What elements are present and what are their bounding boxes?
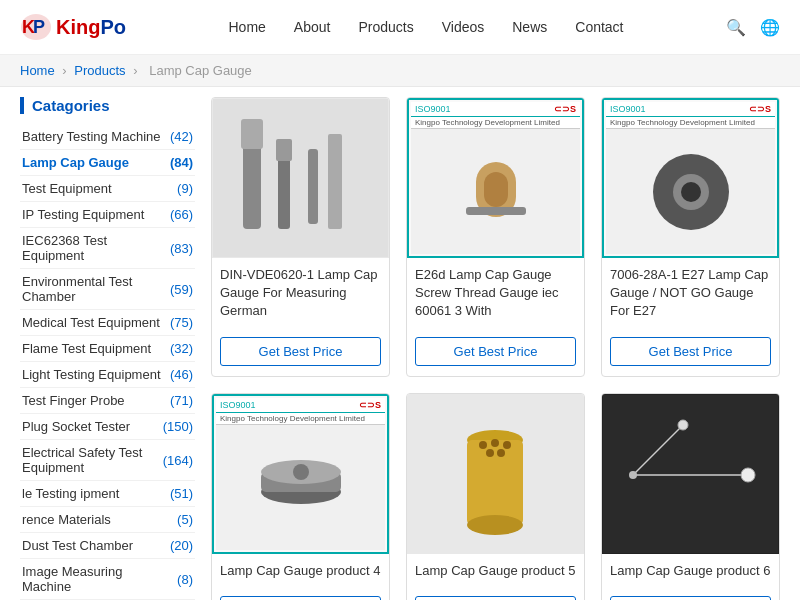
breadcrumb-current: Lamp Cap Gauge [149, 63, 252, 78]
main-nav: Home About Products Videos News Contact [228, 19, 623, 35]
search-icon[interactable]: 🔍 [726, 18, 746, 37]
product-name: DIN-VDE0620-1 Lamp Cap Gauge For Measuri… [220, 266, 381, 321]
category-item[interactable]: Test Finger Probe (71) [20, 388, 195, 414]
nav-icons: 🔍 🌐 [726, 18, 780, 37]
breadcrumb-sep1: › [62, 63, 66, 78]
category-item[interactable]: Image Measuring Machine (8) [20, 559, 195, 600]
product-card: ISO9001 ⊂⊃S Kingpo Technology Developmen… [211, 393, 390, 600]
get-best-price-button[interactable]: Get Best Price [220, 337, 381, 366]
logo-king: King [56, 16, 100, 38]
category-item-active[interactable]: Lamp Cap Gauge (84) [20, 150, 195, 176]
product-name: Lamp Cap Gauge product 6 [610, 562, 771, 580]
svg-point-27 [486, 449, 494, 457]
sidebar: Catagories Battery Testing Machine (42) … [20, 97, 195, 600]
product-name: Lamp Cap Gauge product 5 [415, 562, 576, 580]
svg-point-23 [467, 515, 523, 535]
category-item[interactable]: Medical Test Equipment (75) [20, 310, 195, 336]
product-card: Lamp Cap Gauge product 6 Get Best Price [601, 393, 780, 600]
product-image: ISO9001 ⊂⊃S Kingpo Technology Developmen… [407, 98, 584, 258]
svg-point-24 [479, 441, 487, 449]
get-best-price-button[interactable]: Get Best Price [415, 337, 576, 366]
product-info: Lamp Cap Gauge product 4 [212, 554, 389, 596]
svg-point-15 [681, 182, 701, 202]
category-item[interactable]: Dust Test Chamber (20) [20, 533, 195, 559]
products-area: DIN-VDE0620-1 Lamp Cap Gauge For Measuri… [211, 97, 780, 600]
globe-icon[interactable]: 🌐 [760, 18, 780, 37]
product-card: DIN-VDE0620-1 Lamp Cap Gauge For Measuri… [211, 97, 390, 377]
product-name: Lamp Cap Gauge product 4 [220, 562, 381, 580]
logo-po: Po [100, 16, 126, 38]
svg-point-19 [293, 464, 309, 480]
logo-icon: K P [20, 13, 52, 41]
product-card: Lamp Cap Gauge product 5 Get Best Price [406, 393, 585, 600]
product-image [212, 98, 389, 258]
svg-point-25 [491, 439, 499, 447]
product-info: E26d Lamp Cap Gauge Screw Thread Gauge i… [407, 258, 584, 337]
sidebar-title: Catagories [20, 97, 195, 114]
product-name: 7006-28A-1 E27 Lamp Cap Gauge / NOT GO G… [610, 266, 771, 321]
svg-point-32 [741, 468, 755, 482]
svg-rect-5 [241, 119, 263, 149]
svg-point-33 [678, 420, 688, 430]
products-grid: DIN-VDE0620-1 Lamp Cap Gauge For Measuri… [211, 97, 780, 600]
site-header: K P KingPo Home About Products Videos Ne… [0, 0, 800, 55]
product-info: DIN-VDE0620-1 Lamp Cap Gauge For Measuri… [212, 258, 389, 337]
iso-label: ISO9001 [610, 104, 646, 114]
svg-rect-8 [308, 149, 318, 224]
product-name: E26d Lamp Cap Gauge Screw Thread Gauge i… [415, 266, 576, 321]
svg-rect-22 [467, 440, 523, 525]
get-best-price-button[interactable]: Get Best Price [610, 596, 771, 600]
category-item[interactable]: Plug Socket Tester (150) [20, 414, 195, 440]
company-name: Kingpo Technology Development Limited [411, 117, 580, 129]
svg-point-34 [629, 471, 637, 479]
product-image [407, 394, 584, 554]
get-best-price-button[interactable]: Get Best Price [220, 596, 381, 600]
category-item[interactable]: Electrical Safety Test Equipment (164) [20, 440, 195, 481]
svg-text:P: P [33, 17, 45, 37]
category-item[interactable]: Test Equipment (9) [20, 176, 195, 202]
company-logo: ⊂⊃S [749, 104, 771, 114]
iso-label: ISO9001 [220, 400, 256, 410]
category-item[interactable]: le Testing ipment (51) [20, 481, 195, 507]
category-item[interactable]: Light Testing Equipment (46) [20, 362, 195, 388]
product-info: 7006-28A-1 E27 Lamp Cap Gauge / NOT GO G… [602, 258, 779, 337]
category-item[interactable]: IEC62368 Test Equipment (83) [20, 228, 195, 269]
breadcrumb-products[interactable]: Products [74, 63, 125, 78]
company-name: Kingpo Technology Development Limited [606, 117, 775, 129]
category-item[interactable]: rence Materials (5) [20, 507, 195, 533]
product-image [602, 394, 779, 554]
product-image: ISO9001 ⊂⊃S Kingpo Technology Developmen… [602, 98, 779, 258]
product-card: ISO9001 ⊂⊃S Kingpo Technology Developmen… [601, 97, 780, 377]
breadcrumb-sep2: › [133, 63, 137, 78]
company-name: Kingpo Technology Development Limited [216, 413, 385, 425]
product-info: Lamp Cap Gauge product 6 [602, 554, 779, 596]
product-card: ISO9001 ⊂⊃S Kingpo Technology Developmen… [406, 97, 585, 377]
breadcrumb: Home › Products › Lamp Cap Gauge [0, 55, 800, 87]
category-item[interactable]: Flame Test Equipment (32) [20, 336, 195, 362]
nav-videos[interactable]: Videos [442, 19, 485, 35]
nav-news[interactable]: News [512, 19, 547, 35]
category-item[interactable]: Environmental Test Chamber (59) [20, 269, 195, 310]
svg-rect-11 [484, 172, 508, 207]
svg-point-26 [503, 441, 511, 449]
nav-products[interactable]: Products [358, 19, 413, 35]
company-logo: ⊂⊃S [359, 400, 381, 410]
svg-rect-9 [328, 134, 342, 229]
category-item[interactable]: IP Testing Equipment (66) [20, 202, 195, 228]
product-info: Lamp Cap Gauge product 5 [407, 554, 584, 596]
category-list: Battery Testing Machine (42) Lamp Cap Ga… [20, 124, 195, 600]
svg-rect-7 [276, 139, 292, 161]
logo[interactable]: K P KingPo [20, 13, 126, 41]
svg-rect-3 [213, 99, 388, 257]
main-content: Catagories Battery Testing Machine (42) … [0, 87, 800, 600]
product-image: ISO9001 ⊂⊃S Kingpo Technology Developmen… [212, 394, 389, 554]
nav-contact[interactable]: Contact [575, 19, 623, 35]
get-best-price-button[interactable]: Get Best Price [415, 596, 576, 600]
get-best-price-button[interactable]: Get Best Price [610, 337, 771, 366]
nav-about[interactable]: About [294, 19, 331, 35]
svg-point-28 [497, 449, 505, 457]
breadcrumb-home[interactable]: Home [20, 63, 55, 78]
category-item[interactable]: Battery Testing Machine (42) [20, 124, 195, 150]
nav-home[interactable]: Home [228, 19, 265, 35]
company-logo: ⊂⊃S [554, 104, 576, 114]
